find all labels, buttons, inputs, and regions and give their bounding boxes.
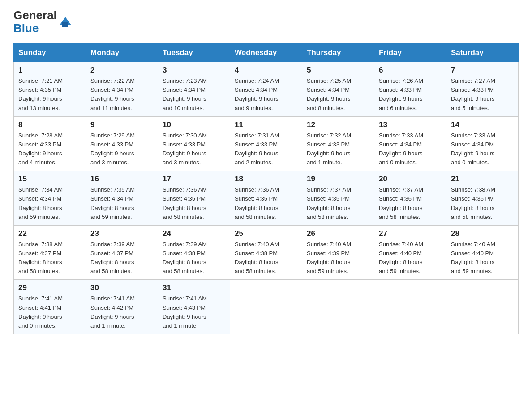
day-info: Sunrise: 7:33 AM Sunset: 4:34 PM Dayligh… xyxy=(379,131,442,167)
day-info: Sunrise: 7:40 AM Sunset: 4:40 PM Dayligh… xyxy=(379,240,442,276)
day-number: 28 xyxy=(451,229,514,238)
day-info: Sunrise: 7:39 AM Sunset: 4:38 PM Dayligh… xyxy=(163,240,225,276)
day-number: 20 xyxy=(379,175,442,184)
calendar-week-row: 8Sunrise: 7:28 AM Sunset: 4:33 PM Daylig… xyxy=(14,116,519,171)
calendar-cell: 14Sunrise: 7:33 AM Sunset: 4:34 PM Dayli… xyxy=(446,116,519,171)
logo-text: GeneralBlue xyxy=(13,9,57,34)
calendar-week-row: 15Sunrise: 7:34 AM Sunset: 4:34 PM Dayli… xyxy=(14,171,519,226)
calendar-cell: 17Sunrise: 7:36 AM Sunset: 4:35 PM Dayli… xyxy=(158,171,230,226)
day-info: Sunrise: 7:21 AM Sunset: 4:35 PM Dayligh… xyxy=(18,77,81,113)
day-number: 31 xyxy=(163,283,225,292)
day-number: 24 xyxy=(163,229,225,238)
day-info: Sunrise: 7:36 AM Sunset: 4:35 PM Dayligh… xyxy=(163,185,225,222)
calendar-cell: 25Sunrise: 7:40 AM Sunset: 4:38 PM Dayli… xyxy=(230,225,302,280)
day-info: Sunrise: 7:38 AM Sunset: 4:36 PM Dayligh… xyxy=(451,185,514,222)
calendar-cell: 2Sunrise: 7:22 AM Sunset: 4:34 PM Daylig… xyxy=(86,62,158,117)
day-info: Sunrise: 7:41 AM Sunset: 4:41 PM Dayligh… xyxy=(18,294,81,330)
calendar-cell: 22Sunrise: 7:38 AM Sunset: 4:37 PM Dayli… xyxy=(14,225,86,280)
day-info: Sunrise: 7:32 AM Sunset: 4:33 PM Dayligh… xyxy=(307,131,369,167)
day-info: Sunrise: 7:24 AM Sunset: 4:34 PM Dayligh… xyxy=(235,77,297,113)
day-info: Sunrise: 7:33 AM Sunset: 4:34 PM Dayligh… xyxy=(451,131,514,167)
page-header: GeneralBlue xyxy=(13,9,519,34)
day-number: 8 xyxy=(18,120,81,129)
calendar-cell: 19Sunrise: 7:37 AM Sunset: 4:35 PM Dayli… xyxy=(302,171,374,226)
calendar-cell: 28Sunrise: 7:40 AM Sunset: 4:40 PM Dayli… xyxy=(446,225,519,280)
weekday-header-sunday: Sunday xyxy=(14,44,86,62)
logo-icon xyxy=(59,14,72,28)
day-info: Sunrise: 7:39 AM Sunset: 4:37 PM Dayligh… xyxy=(90,240,153,276)
day-number: 12 xyxy=(307,120,369,129)
weekday-header-friday: Friday xyxy=(374,44,446,62)
calendar-cell: 29Sunrise: 7:41 AM Sunset: 4:41 PM Dayli… xyxy=(14,280,86,334)
calendar-cell: 9Sunrise: 7:29 AM Sunset: 4:33 PM Daylig… xyxy=(86,116,158,171)
weekday-header-thursday: Thursday xyxy=(302,44,374,62)
calendar-cell xyxy=(302,280,374,334)
day-number: 17 xyxy=(163,175,225,184)
day-info: Sunrise: 7:25 AM Sunset: 4:34 PM Dayligh… xyxy=(307,77,369,113)
weekday-header-tuesday: Tuesday xyxy=(158,44,230,62)
calendar-table: SundayMondayTuesdayWednesdayThursdayFrid… xyxy=(13,43,519,334)
day-info: Sunrise: 7:41 AM Sunset: 4:42 PM Dayligh… xyxy=(90,294,153,330)
day-info: Sunrise: 7:37 AM Sunset: 4:35 PM Dayligh… xyxy=(307,185,369,222)
calendar-cell: 6Sunrise: 7:26 AM Sunset: 4:33 PM Daylig… xyxy=(374,62,446,117)
day-info: Sunrise: 7:40 AM Sunset: 4:39 PM Dayligh… xyxy=(307,240,369,276)
day-number: 10 xyxy=(163,120,225,129)
day-number: 9 xyxy=(90,120,153,129)
svg-marker-1 xyxy=(62,22,68,27)
day-number: 16 xyxy=(90,175,153,184)
day-info: Sunrise: 7:26 AM Sunset: 4:33 PM Dayligh… xyxy=(379,77,442,113)
day-number: 5 xyxy=(307,66,369,75)
day-info: Sunrise: 7:40 AM Sunset: 4:40 PM Dayligh… xyxy=(451,240,514,276)
day-info: Sunrise: 7:28 AM Sunset: 4:33 PM Dayligh… xyxy=(18,131,81,167)
day-info: Sunrise: 7:41 AM Sunset: 4:43 PM Dayligh… xyxy=(163,294,225,330)
calendar-cell: 12Sunrise: 7:32 AM Sunset: 4:33 PM Dayli… xyxy=(302,116,374,171)
calendar-cell xyxy=(446,280,519,334)
day-number: 27 xyxy=(379,229,442,238)
day-number: 14 xyxy=(451,120,514,129)
day-number: 13 xyxy=(379,120,442,129)
day-number: 29 xyxy=(18,283,81,292)
day-info: Sunrise: 7:40 AM Sunset: 4:38 PM Dayligh… xyxy=(235,240,297,276)
day-number: 4 xyxy=(235,66,297,75)
calendar-cell: 3Sunrise: 7:23 AM Sunset: 4:34 PM Daylig… xyxy=(158,62,230,117)
day-info: Sunrise: 7:34 AM Sunset: 4:34 PM Dayligh… xyxy=(18,185,81,222)
weekday-header-row: SundayMondayTuesdayWednesdayThursdayFrid… xyxy=(14,44,519,62)
calendar-week-row: 22Sunrise: 7:38 AM Sunset: 4:37 PM Dayli… xyxy=(14,225,519,280)
calendar-cell: 11Sunrise: 7:31 AM Sunset: 4:33 PM Dayli… xyxy=(230,116,302,171)
calendar-cell: 30Sunrise: 7:41 AM Sunset: 4:42 PM Dayli… xyxy=(86,280,158,334)
day-number: 22 xyxy=(18,229,81,238)
calendar-cell: 4Sunrise: 7:24 AM Sunset: 4:34 PM Daylig… xyxy=(230,62,302,117)
calendar-cell: 16Sunrise: 7:35 AM Sunset: 4:34 PM Dayli… xyxy=(86,171,158,226)
day-number: 3 xyxy=(163,66,225,75)
calendar-cell: 18Sunrise: 7:36 AM Sunset: 4:35 PM Dayli… xyxy=(230,171,302,226)
day-info: Sunrise: 7:30 AM Sunset: 4:33 PM Dayligh… xyxy=(163,131,225,167)
day-number: 18 xyxy=(235,175,297,184)
calendar-cell: 10Sunrise: 7:30 AM Sunset: 4:33 PM Dayli… xyxy=(158,116,230,171)
day-number: 25 xyxy=(235,229,297,238)
calendar-week-row: 29Sunrise: 7:41 AM Sunset: 4:41 PM Dayli… xyxy=(14,280,519,334)
calendar-cell xyxy=(374,280,446,334)
day-info: Sunrise: 7:23 AM Sunset: 4:34 PM Dayligh… xyxy=(163,77,225,113)
day-info: Sunrise: 7:35 AM Sunset: 4:34 PM Dayligh… xyxy=(90,185,153,222)
calendar-cell: 27Sunrise: 7:40 AM Sunset: 4:40 PM Dayli… xyxy=(374,225,446,280)
logo: GeneralBlue xyxy=(13,9,72,34)
day-number: 2 xyxy=(90,66,153,75)
day-info: Sunrise: 7:29 AM Sunset: 4:33 PM Dayligh… xyxy=(90,131,153,167)
calendar-cell: 24Sunrise: 7:39 AM Sunset: 4:38 PM Dayli… xyxy=(158,225,230,280)
calendar-cell: 1Sunrise: 7:21 AM Sunset: 4:35 PM Daylig… xyxy=(14,62,86,117)
day-info: Sunrise: 7:36 AM Sunset: 4:35 PM Dayligh… xyxy=(235,185,297,222)
day-number: 15 xyxy=(18,175,81,184)
day-number: 19 xyxy=(307,175,369,184)
day-info: Sunrise: 7:27 AM Sunset: 4:33 PM Dayligh… xyxy=(451,77,514,113)
calendar-cell xyxy=(230,280,302,334)
weekday-header-monday: Monday xyxy=(86,44,158,62)
day-number: 30 xyxy=(90,283,153,292)
day-number: 21 xyxy=(451,175,514,184)
day-info: Sunrise: 7:38 AM Sunset: 4:37 PM Dayligh… xyxy=(18,240,81,276)
calendar-cell: 26Sunrise: 7:40 AM Sunset: 4:39 PM Dayli… xyxy=(302,225,374,280)
calendar-cell: 31Sunrise: 7:41 AM Sunset: 4:43 PM Dayli… xyxy=(158,280,230,334)
calendar-cell: 21Sunrise: 7:38 AM Sunset: 4:36 PM Dayli… xyxy=(446,171,519,226)
calendar-cell: 5Sunrise: 7:25 AM Sunset: 4:34 PM Daylig… xyxy=(302,62,374,117)
calendar-cell: 23Sunrise: 7:39 AM Sunset: 4:37 PM Dayli… xyxy=(86,225,158,280)
day-info: Sunrise: 7:37 AM Sunset: 4:36 PM Dayligh… xyxy=(379,185,442,222)
